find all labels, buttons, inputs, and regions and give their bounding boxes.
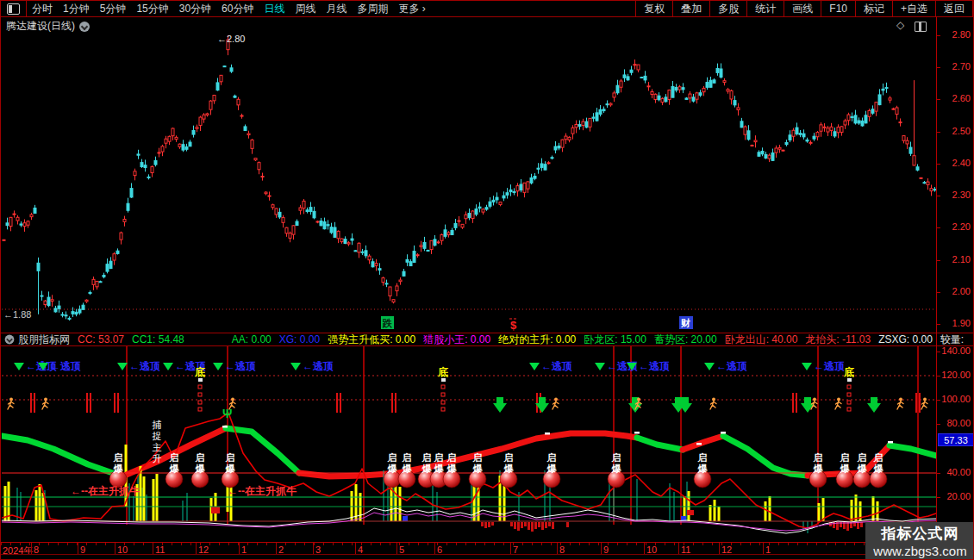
indicator-chart[interactable]: 启爆启爆启爆启爆启爆启爆启爆启爆启爆启爆启爆启爆启爆启爆启爆启爆启爆启爆捕捉主升… (2, 346, 936, 542)
bottom-label: 底 (437, 366, 448, 378)
indicator-field-1: CC1: 54.48 (132, 333, 184, 345)
period-tab-0[interactable]: 分时 (32, 2, 53, 16)
ribbon-dash (888, 441, 893, 444)
menu-item-2[interactable]: 多股 (709, 1, 746, 16)
price-tick-label: 2.60 (952, 94, 971, 103)
indicator-field-2: AA: 0.00 (232, 333, 272, 345)
red-bar-below (541, 522, 544, 530)
bottom-dash (198, 393, 202, 396)
capture-main-rise-label: 捕 (153, 420, 162, 430)
period-tab-5[interactable]: 60分钟 (222, 2, 253, 16)
ignition-label: 爆 (169, 464, 180, 474)
period-tab-8[interactable]: 月线 (326, 2, 347, 16)
ride-bull-label: ←--在主升抓牛 (228, 485, 297, 497)
ignition-label: 爆 (546, 464, 558, 474)
trend-ribbon (2, 436, 122, 476)
flag-mark (915, 393, 917, 413)
red-bar-below (860, 522, 863, 527)
ribbon-dash (222, 426, 228, 428)
ignition-label: 爆 (446, 464, 458, 474)
menu-item-6[interactable]: 标记 (855, 1, 892, 16)
price-tick (937, 260, 940, 261)
period-tab-6[interactable]: 日线 (264, 2, 284, 16)
bottom-dash (441, 401, 445, 404)
ignition-label: 爆 (421, 464, 433, 474)
indicator-field-7: 卧龙区: 15.00 (584, 333, 646, 346)
watermark-url: www.zbgs3.com (865, 544, 974, 558)
diamond-icon[interactable]: ◇ (896, 19, 904, 31)
period-tab-3[interactable]: 15分钟 (136, 2, 168, 16)
price-tick (937, 132, 940, 133)
trend-ribbon (723, 436, 808, 476)
ignition-balls: 启爆启爆启爆启爆启爆启爆启爆启爆启爆启爆启爆启爆启爆启爆启爆启爆启爆启爆 (109, 452, 887, 488)
escape-top-label: ←逃顶 (541, 360, 572, 372)
month-separator (557, 543, 558, 554)
ribbon-dash (545, 432, 550, 435)
period-tab-10[interactable]: 更多 › (398, 2, 425, 16)
split-window-button[interactable] (1, 1, 27, 16)
indicator-field-9: 卧龙出山: 40.00 (725, 333, 798, 346)
sell-triangle-icon (163, 363, 173, 370)
period-tab-7[interactable]: 周线 (295, 2, 315, 16)
chevron-down-icon[interactable] (79, 22, 90, 32)
candlestick-chart[interactable]: ←2.80←1.88跌$财 (2, 34, 936, 333)
trend-ribbon (637, 438, 683, 450)
indicator-chevron-icon[interactable] (5, 335, 15, 345)
red-bar-below (528, 522, 530, 530)
flag-mark (336, 393, 338, 413)
price-tick-label: 2.30 (952, 190, 971, 200)
ignition-label: 爆 (472, 464, 484, 474)
menu-item-1[interactable]: 叠加 (672, 1, 709, 16)
indicator-tick (937, 400, 940, 401)
ignition-label: 启 (421, 452, 432, 463)
time-axis: 2024年891011121234567891011121 (1, 542, 937, 555)
period-tab-9[interactable]: 多周期 (357, 2, 388, 16)
bottom-dash (847, 385, 851, 389)
red-bar-below (521, 522, 523, 528)
flag-mark (117, 393, 119, 413)
menu-item-3[interactable]: 统计 (746, 1, 784, 16)
money-marker: $ (510, 319, 517, 332)
escape-top-label: ←逃顶 (225, 360, 256, 372)
month-separator (31, 543, 32, 554)
ignition-label: 爆 (697, 464, 709, 474)
month-separator (763, 543, 764, 554)
flag-mark (114, 393, 116, 413)
ignition-label: 启 (434, 452, 444, 463)
red-box (211, 507, 220, 513)
menu-item-4[interactable]: 画线 (784, 1, 821, 16)
red-bar-below (538, 522, 540, 527)
month-separator (719, 543, 720, 554)
indicator-source[interactable]: 股朋指标网 (18, 333, 70, 346)
month-separator (396, 543, 397, 554)
menu-item-8[interactable]: 返回 (935, 1, 973, 16)
indicator-field-10: 龙抬头: -11.03 (805, 333, 871, 346)
bottom-dash (847, 393, 851, 396)
chart-title: 腾达建设(日线) (6, 19, 75, 34)
runner-icon (8, 398, 14, 410)
indicator-field-11: ZSXG: 0.00 (878, 333, 933, 345)
flag-mark (792, 393, 794, 413)
month-separator (78, 543, 78, 554)
ignition-label: 启 (195, 452, 205, 463)
month-separator (510, 543, 511, 554)
period-tab-4[interactable]: 30分钟 (179, 2, 211, 16)
price-tick (937, 227, 940, 228)
red-bar-below (491, 522, 494, 526)
flag-mark (536, 393, 538, 413)
period-tab-1[interactable]: 1分钟 (63, 2, 90, 16)
ignition-label: 爆 (434, 464, 445, 474)
period-tab-2[interactable]: 5分钟 (100, 2, 127, 16)
split-pane-icon[interactable] (915, 22, 927, 32)
runner-icon (42, 398, 48, 410)
sell-triangle-icon (802, 363, 812, 370)
menu-item-7[interactable]: +自选 (892, 1, 935, 16)
price-tick-label: 2.80 (952, 30, 971, 40)
indicator-header: 股朋指标网 CC: 53.07CC1: 54.48AA: 0.00XG: 0.0… (1, 333, 973, 346)
menu-item-5[interactable]: F10 (821, 1, 855, 16)
bottom-dot (198, 378, 203, 382)
menu-item-0[interactable]: 复权 (635, 1, 672, 16)
ignition-label: 爆 (402, 464, 413, 474)
escape-top-label: ←逃顶 (50, 360, 81, 372)
capture-main-rise-label: 主 (153, 442, 162, 452)
